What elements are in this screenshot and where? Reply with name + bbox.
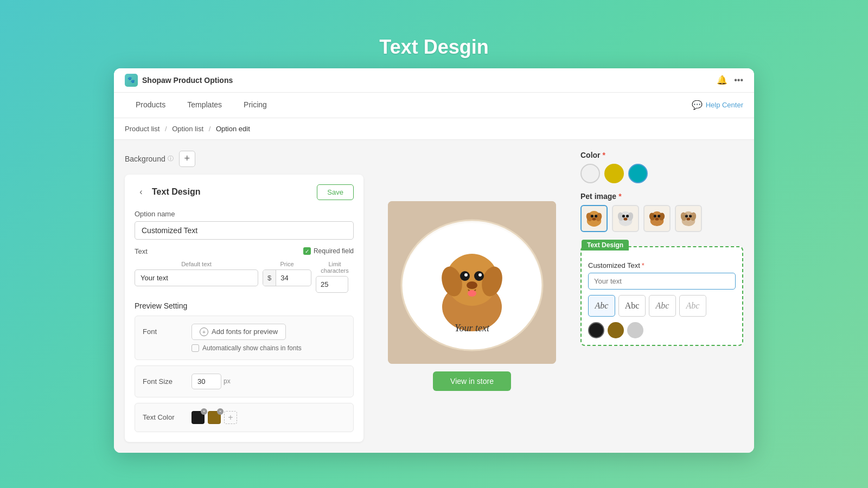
remove-black-chip[interactable]: × — [201, 408, 207, 415]
font-style-serif[interactable]: Abc — [588, 295, 615, 317]
color-yellow[interactable] — [604, 164, 624, 183]
breadcrumb: Product list / Option list / Option edit — [114, 118, 754, 140]
color-section-label: Color * — [580, 151, 743, 159]
svg-point-26 — [622, 214, 625, 217]
pet-image-required-star: * — [618, 192, 621, 201]
text-design-card: Text Design Customized Text * Abc Abc Ab… — [580, 246, 743, 346]
option-name-label: Option name — [135, 210, 354, 218]
svg-point-34 — [658, 214, 660, 217]
nav-products[interactable]: Products — [125, 93, 176, 118]
add-fonts-button[interactable]: + Add fonts for preview — [192, 324, 286, 340]
color-white[interactable] — [580, 164, 600, 183]
svg-rect-43 — [681, 213, 687, 215]
auto-chain-checkbox[interactable] — [192, 344, 199, 352]
breadcrumb-sep1: / — [165, 125, 167, 133]
limit-col-label: Limit characters — [316, 261, 354, 274]
text-design-tab: Text Design — [582, 240, 629, 251]
td-color-gray[interactable] — [627, 322, 643, 338]
limit-input[interactable] — [316, 276, 348, 293]
price-col-label: Price — [263, 261, 311, 267]
breadcrumb-sep2: / — [209, 125, 211, 133]
svg-point-11 — [467, 281, 477, 289]
left-panel: Background ⓘ + ‹ Text Design Save Option… — [125, 151, 363, 442]
background-label: Background ⓘ — [125, 155, 174, 163]
editor-title: Text Design — [152, 187, 201, 197]
right-panel: Color * Pet image * — [580, 151, 743, 442]
editor-card: ‹ Text Design Save Option name Text ✓ Re… — [125, 175, 363, 442]
more-icon[interactable]: ••• — [734, 75, 743, 85]
td-color-options — [588, 322, 736, 338]
help-icon: 💬 — [692, 100, 703, 110]
svg-rect-44 — [690, 213, 696, 215]
svg-point-28 — [623, 217, 627, 220]
breadcrumb-product-list[interactable]: Product list — [125, 125, 159, 133]
svg-point-27 — [626, 214, 629, 217]
bell-icon[interactable]: 🔔 — [717, 75, 727, 85]
pet-img-4[interactable] — [675, 205, 702, 232]
pet-img-3[interactable] — [643, 205, 671, 232]
color-required-star: * — [603, 151, 605, 159]
pet-images — [580, 205, 743, 232]
svg-point-21 — [592, 217, 596, 220]
page-title: Text Desgin — [379, 36, 488, 59]
color-chip-black-wrap: × — [192, 411, 205, 424]
default-text-input[interactable] — [135, 269, 258, 286]
font-size-label: Font Size — [143, 377, 186, 386]
help-center-link[interactable]: 💬 Help Center — [692, 100, 743, 110]
color-options — [580, 164, 743, 183]
color-teal[interactable] — [628, 164, 648, 183]
color-chip-brown-wrap: × — [208, 411, 221, 424]
text-color-label: Text Color — [143, 413, 186, 421]
option-name-input[interactable] — [135, 221, 354, 240]
customized-text-input[interactable] — [588, 273, 736, 290]
info-icon: ⓘ — [168, 155, 174, 163]
preview-setting-label: Preview Setting — [135, 301, 354, 310]
svg-point-10 — [478, 273, 482, 277]
font-style-script3[interactable]: Abc — [679, 295, 706, 317]
td-color-brown[interactable] — [608, 322, 624, 338]
auto-chain-label: Automatically show chains in fonts — [202, 344, 302, 352]
back-button[interactable]: ‹ — [135, 185, 148, 198]
pet-image-section-label: Pet image * — [580, 192, 743, 201]
font-size-input[interactable] — [192, 374, 221, 389]
add-circle-icon: + — [200, 328, 208, 336]
center-panel: Your text View in store — [374, 151, 570, 442]
font-style-script1[interactable]: Abc — [618, 295, 646, 317]
remove-brown-chip[interactable]: × — [217, 408, 224, 415]
save-button[interactable]: Save — [317, 184, 354, 200]
app-window: 🐾 Shopaw Product Options 🔔 ••• Products … — [114, 68, 754, 453]
view-in-store-button[interactable]: View in store — [433, 371, 511, 391]
customized-required-star: * — [642, 261, 644, 269]
svg-point-9 — [464, 273, 468, 277]
add-color-button[interactable]: + — [224, 411, 237, 424]
customized-text-label: Customized Text * — [588, 261, 736, 269]
title-bar: 🐾 Shopaw Product Options 🔔 ••• — [114, 68, 754, 93]
nav-pricing[interactable]: Pricing — [233, 93, 278, 118]
add-background-button[interactable]: + — [179, 151, 195, 167]
pet-img-2[interactable] — [612, 205, 639, 232]
product-image-container: Your text — [388, 201, 556, 364]
nav-templates[interactable]: Templates — [176, 93, 233, 118]
svg-point-12 — [468, 290, 476, 297]
svg-point-42 — [686, 217, 690, 220]
svg-text:Your text: Your text — [455, 323, 490, 333]
font-style-options: Abc Abc Abc Abc — [588, 295, 736, 317]
svg-point-20 — [595, 214, 597, 217]
font-label: Font — [143, 328, 186, 336]
breadcrumb-option-list[interactable]: Option list — [172, 125, 203, 133]
svg-point-19 — [591, 214, 593, 217]
price-input[interactable] — [276, 270, 303, 286]
app-name: Shopaw Product Options — [142, 76, 233, 85]
text-section-title: Text — [135, 247, 148, 255]
breadcrumb-current: Option edit — [216, 125, 250, 133]
svg-point-35 — [655, 217, 659, 220]
px-unit: px — [224, 377, 231, 385]
font-style-script2[interactable]: Abc — [649, 295, 676, 317]
nav-bar: Products Templates Pricing 💬 Help Center — [114, 93, 754, 118]
svg-point-33 — [654, 214, 656, 217]
td-color-black[interactable] — [588, 322, 604, 338]
price-prefix: $ — [263, 270, 276, 286]
required-field-badge: ✓ Required field — [303, 247, 354, 255]
app-logo: 🐾 — [125, 74, 138, 87]
pet-img-1[interactable] — [580, 205, 608, 232]
